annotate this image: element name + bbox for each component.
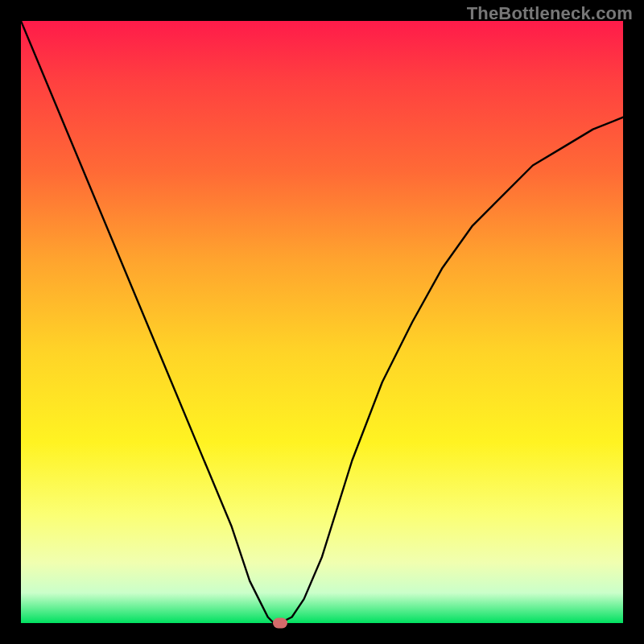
plot-area (21, 21, 623, 623)
watermark-text: TheBottleneck.com (467, 3, 633, 24)
chart-frame: TheBottleneck.com (0, 0, 644, 644)
minimum-marker (273, 618, 287, 629)
bottleneck-curve (21, 21, 623, 623)
curve-layer (21, 21, 623, 623)
